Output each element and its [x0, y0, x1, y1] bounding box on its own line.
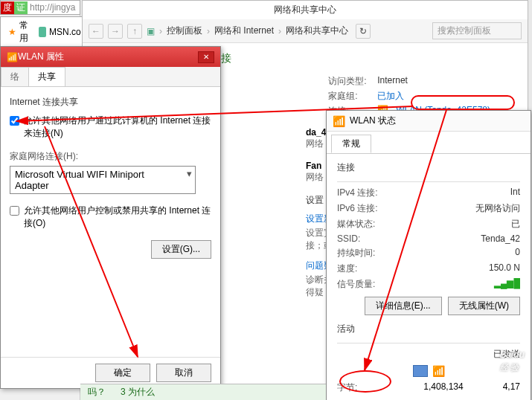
wlan-status-dialog: 📶 WLAN 状态 常规 连接 IPv4 连接:Int IPv6 连接:无网络访…	[326, 110, 531, 400]
help-q2[interactable]: 3 为什么	[121, 386, 155, 399]
signal-bars-icon: ▂▄▆█	[397, 278, 520, 291]
bottom-help-bar: 吗？ 3 为什么	[80, 384, 326, 400]
wlan-status-titlebar: 📶 WLAN 状态	[327, 111, 531, 132]
star-icon: ★	[8, 27, 16, 37]
address-bar[interactable]: 度 证 http://jingya	[0, 0, 80, 15]
settings-button[interactable]: 设置(G)...	[151, 240, 211, 259]
refresh-button[interactable]: ↻	[356, 24, 371, 39]
computer-icon	[413, 365, 428, 377]
bytes-recv-value: 4,17	[490, 381, 520, 394]
homegroup-label: 家庭组:	[328, 90, 370, 103]
wireless-properties-button[interactable]: 无线属性(W)	[448, 297, 520, 315]
wlan-prop-title: WLAN 属性	[18, 51, 198, 63]
fav-label: 常用	[19, 19, 31, 45]
back-button[interactable]: ←	[89, 24, 103, 39]
ok-button[interactable]: 确定	[95, 364, 150, 382]
ssid-value: Tenda_42	[397, 233, 520, 244]
wlan-properties-dialog: 📶 WLAN 属性 ✕ 络 共享 Internet 连接共享 允许其他网络用户通…	[0, 46, 221, 389]
url-text: http://jingya	[30, 2, 75, 13]
crumb-sharing-center[interactable]: 网络和共享中心	[286, 25, 348, 37]
crumb-network-internet[interactable]: 网络和 Internet	[214, 25, 274, 37]
speed-label: 速度:	[337, 262, 397, 275]
cert-icon: 证	[14, 1, 28, 14]
ipv6-value: 无网络访问	[397, 202, 520, 215]
allow-control-checkbox[interactable]: 允许其他网络用户控制或禁用共享的 Internet 连接(O)	[10, 204, 211, 230]
ipv4-label: IPv4 连接:	[337, 187, 397, 199]
up-button[interactable]: ↑	[127, 24, 142, 39]
tab-networking[interactable]: 络	[1, 67, 29, 86]
duration-label: 持续时间:	[337, 247, 397, 259]
forward-button[interactable]: →	[108, 24, 123, 39]
ics-group-label: Internet 连接共享	[10, 96, 211, 109]
wlan-prop-titlebar: 📶 WLAN 属性 ✕	[1, 47, 220, 67]
close-button[interactable]: ✕	[198, 51, 214, 63]
allow-sharing-label: 允许其他网络用户通过此计算机的 Internet 连接来连接(N)	[24, 114, 211, 140]
allow-control-label: 允许其他网络用户控制或禁用共享的 Internet 连接(O)	[24, 204, 211, 230]
activity-label: 活动	[337, 323, 520, 335]
ipv6-label: IPv6 连接:	[337, 202, 397, 215]
wlan-status-title: WLAN 状态	[350, 114, 396, 127]
connection-section-label: 连接	[337, 161, 520, 174]
breadcrumb-bar: ← → ↑ ▣ › 控制面板 › 网络和 Internet › 网络和共享中心 …	[83, 19, 528, 43]
bytes-sent-value: 1,408,134	[397, 381, 490, 394]
signal-icon: 📶	[432, 365, 445, 377]
search-input[interactable]: 搜索控制面板	[432, 22, 522, 39]
tab-general[interactable]: 常规	[331, 135, 371, 153]
media-label: 媒体状态:	[337, 218, 397, 230]
allow-control-input[interactable]	[10, 206, 19, 216]
signal-icon: 📶	[333, 115, 345, 127]
wifi-icon: 📶	[7, 52, 18, 62]
control-panel-icon: ▣	[147, 26, 155, 36]
media-value: 已	[397, 218, 520, 230]
tab-label: MSN.co	[49, 27, 81, 37]
home-conn-label: 家庭网络连接(H):	[10, 150, 211, 163]
wlan-prop-tabs: 络 共享	[1, 67, 220, 87]
msn-favicon	[39, 27, 46, 37]
bytes-label: 字节:	[337, 381, 397, 394]
help-q1[interactable]: 吗？	[88, 386, 106, 399]
ssid-label: SSID:	[337, 233, 397, 244]
sent-label: 已发送	[397, 348, 520, 361]
duration-value: 0	[397, 247, 520, 259]
homegroup-link[interactable]: 已加入	[377, 90, 404, 103]
allow-sharing-checkbox[interactable]: 允许其他网络用户通过此计算机的 Internet 连接来连接(N)	[10, 114, 211, 140]
access-type-label: 访问类型:	[328, 75, 370, 88]
allow-sharing-input[interactable]	[10, 116, 19, 126]
speed-value: 150.0 N	[397, 262, 520, 275]
baidu-badge-icon: 度	[1, 1, 14, 14]
ipv4-value: Int	[397, 187, 520, 199]
details-button[interactable]: 详细信息(E)...	[365, 297, 442, 315]
window-title: 网络和共享中心	[83, 1, 528, 19]
crumb-control-panel[interactable]: 控制面板	[167, 25, 202, 37]
access-type-value: Internet	[377, 75, 408, 88]
adapter-dropdown[interactable]: Microsoft Virtual WIFI Miniport Adapter	[10, 166, 196, 194]
browser-tab[interactable]: ★ 常用 MSN.co	[0, 16, 89, 48]
signal-quality-label: 信号质量:	[337, 278, 397, 291]
cancel-button[interactable]: 取消	[156, 364, 211, 382]
tab-sharing[interactable]: 共享	[28, 67, 65, 86]
